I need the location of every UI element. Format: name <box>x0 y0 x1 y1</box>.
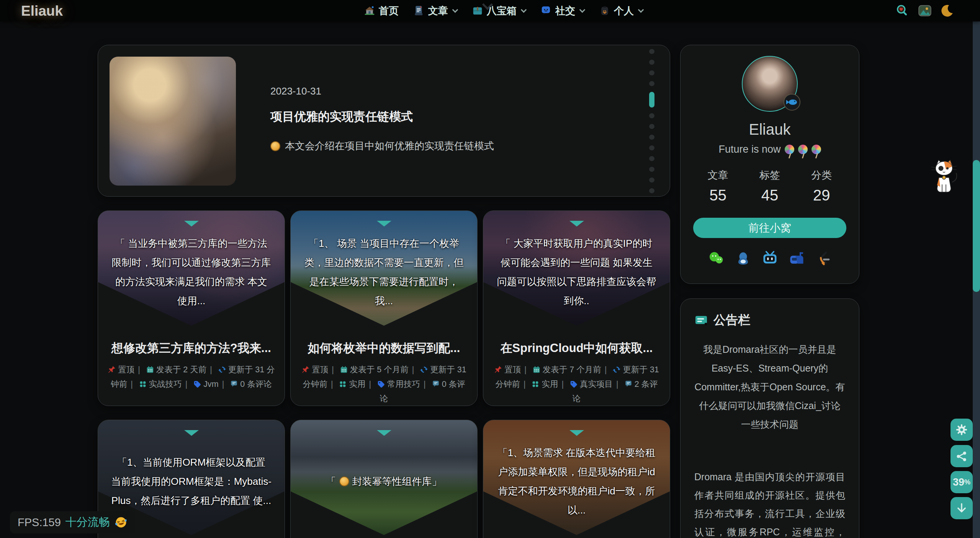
arrow-down-icon <box>955 502 968 515</box>
mailbox-icon[interactable] <box>789 250 805 267</box>
scroll-to-bottom-button[interactable] <box>951 497 973 519</box>
nav-item-social[interactable]: 社交 <box>540 4 584 18</box>
meta-tag[interactable]: 常用技巧 <box>387 380 420 389</box>
carousel-dot-active[interactable] <box>649 92 654 108</box>
stat-articles[interactable]: 文章 55 <box>708 168 728 204</box>
percent-sign: % <box>964 478 970 486</box>
meta-category[interactable]: 实用 <box>542 380 558 389</box>
article-card[interactable]: 「1、 场景 当项目中存在一个枚举类，里边的数据不需要一直更新，但是在某些场景下… <box>290 210 478 406</box>
pin-icon <box>494 365 502 374</box>
carousel-dot[interactable] <box>649 49 654 54</box>
profile-name: Eliauk <box>681 121 859 138</box>
comment-icon <box>230 380 238 388</box>
triangle-down-icon <box>569 430 584 436</box>
profile-stats: 文章 55 标签 45 分类 29 <box>692 168 847 204</box>
meta-pinned: 置顶 <box>504 365 521 374</box>
announcement-header: 公告栏 <box>694 312 845 329</box>
lollipop-icon <box>785 145 794 154</box>
chevron-down-icon <box>452 7 458 13</box>
triangle-down-icon <box>569 221 584 227</box>
carousel-dot[interactable] <box>649 135 654 140</box>
avatar-wrap <box>742 56 798 112</box>
carousel-dot[interactable] <box>649 156 654 161</box>
fish-badge-icon <box>783 93 801 111</box>
leetcode-icon[interactable] <box>815 250 832 267</box>
article-card[interactable]: 「 当业务中被第三方库的一些方法限制时，我们可以通过修改第三方库的方法实现来满足… <box>98 210 285 406</box>
bilibili-icon[interactable] <box>762 250 778 267</box>
featured-article-image[interactable] <box>110 57 236 186</box>
nav-menu: 首页 文章 八宝箱 社交 个人 <box>364 0 643 21</box>
site-logo[interactable]: Eliauk <box>21 3 63 19</box>
nav-item-personal[interactable]: 个人 <box>599 4 643 18</box>
dark-mode-moon-icon[interactable] <box>940 4 954 18</box>
carousel-dot[interactable] <box>649 167 654 172</box>
meta-category[interactable]: 实战技巧 <box>149 380 182 389</box>
settings-button[interactable] <box>951 419 973 441</box>
nav-item-articles[interactable]: 文章 <box>413 4 457 18</box>
fps-value: FPS:159 <box>18 516 61 529</box>
chevron-down-icon <box>579 7 586 13</box>
carousel-dot[interactable] <box>649 145 654 150</box>
scrollbar-thumb[interactable] <box>973 160 980 292</box>
announcement-title: 公告栏 <box>713 312 750 329</box>
carousel-dot[interactable] <box>649 70 654 75</box>
carousel-dot[interactable] <box>649 188 654 193</box>
article-excerpt: 「1、 场景 当项目中存在一个枚举类，里边的数据不需要一直更新，但是在某些场景下… <box>291 211 477 326</box>
search-icon[interactable] <box>896 4 910 18</box>
triangle-down-icon <box>377 221 391 227</box>
stat-categories[interactable]: 分类 29 <box>811 168 832 204</box>
pin-icon <box>301 365 310 374</box>
carousel-dot[interactable] <box>649 113 654 118</box>
nav-item-toolbox[interactable]: 八宝箱 <box>472 4 526 18</box>
announcement-paragraph-1: 我是Dromara社区的一员并且是Easy-ES、Stream-Query的Co… <box>694 340 845 434</box>
nav-item-label: 八宝箱 <box>487 4 517 18</box>
meta-published: 发表于 2 天前 <box>156 365 206 374</box>
pin-icon <box>108 365 116 374</box>
carousel-dot[interactable] <box>649 81 654 86</box>
gallery-icon[interactable] <box>918 4 932 18</box>
meta-comments: 0 条评论 <box>240 380 272 389</box>
qq-icon[interactable] <box>735 250 751 267</box>
wechat-icon[interactable] <box>708 250 725 267</box>
article-card[interactable]: 「1、当前使用ORM框架以及配置 当前我使用的ORM框架是：Mybatis-Pl… <box>98 420 285 538</box>
meta-tag[interactable]: 真实项目 <box>580 380 613 389</box>
article-title[interactable]: 在SpringCloud中如何获取... <box>494 340 659 356</box>
chevron-down-icon <box>638 7 644 13</box>
article-excerpt: 「 大家平时获取用户的真实IP的时候可能会遇到的一些问题 如果发生问题可以按照以… <box>483 211 670 326</box>
category-clover-icon <box>339 380 347 388</box>
article-excerpt: 「 当业务中被第三方库的一些方法限制时，我们可以通过修改第三方库的方法实现来满足… <box>98 211 285 326</box>
featured-article-title[interactable]: 项目优雅的实现责任链模式 <box>270 109 494 125</box>
meta-separator: | <box>412 365 414 374</box>
nav-item-label: 首页 <box>379 4 399 18</box>
page: Eliauk 首页 文章 八宝箱 社交 <box>0 0 980 538</box>
scrollbar-track[interactable] <box>973 0 980 538</box>
carousel-dot[interactable] <box>649 178 654 183</box>
nav-item-label: 文章 <box>428 4 448 18</box>
meta-category[interactable]: 实用 <box>349 380 365 389</box>
nav-item-home[interactable]: 首页 <box>364 4 399 18</box>
calendar-icon <box>146 365 154 374</box>
article-card[interactable]: 「1、场景需求 在版本迭代中要给租户添加菜单权限，但是现场的租户id肯定不和开发… <box>483 420 670 538</box>
article-card[interactable]: 「 封装幂等性组件库」 <box>290 420 478 538</box>
category-clover-icon <box>139 380 147 388</box>
stat-label: 标签 <box>759 168 780 182</box>
featured-description-text: 本文会介绍在项目中如何优雅的实现责任链模式 <box>285 139 494 153</box>
meta-separator: | <box>138 365 140 374</box>
article-meta: 置顶| 发表于 7 个月前| 更新于 31 分钟前| 实用| 真实项目| 2 条… <box>492 362 661 406</box>
meta-separator: | <box>222 380 224 389</box>
scroll-percent-button[interactable]: 39% <box>951 471 973 493</box>
article-title[interactable]: 想修改第三方库的方法?我来... <box>109 340 274 356</box>
go-home-button[interactable]: 前往小窝 <box>693 218 846 238</box>
excerpt-text: 封装幂等性组件库」 <box>352 472 442 491</box>
carousel-dot[interactable] <box>649 124 654 129</box>
refresh-icon <box>612 365 621 374</box>
pet-cat-widget <box>928 158 961 196</box>
carousel-dot[interactable] <box>649 60 654 65</box>
meta-tag[interactable]: Jvm <box>203 380 218 389</box>
stat-tags[interactable]: 标签 45 <box>759 168 780 204</box>
refresh-icon <box>218 365 226 374</box>
article-card[interactable]: 「 大家平时获取用户的真实IP的时候可能会遇到的一些问题 如果发生问题可以按照以… <box>483 210 670 406</box>
share-button[interactable] <box>951 445 973 467</box>
article-title[interactable]: 如何将枚举中的数据写到配... <box>301 340 466 356</box>
toolbox-icon <box>472 5 483 16</box>
